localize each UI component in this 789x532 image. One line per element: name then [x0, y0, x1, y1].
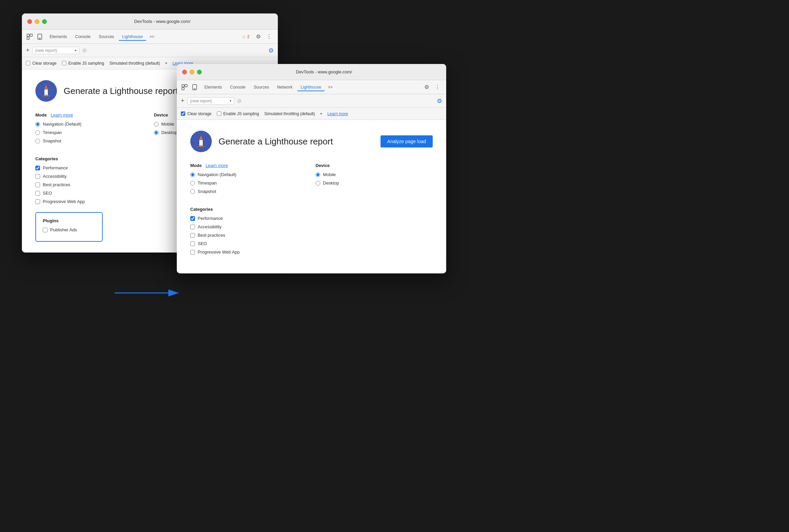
device-section-2: Device Mobile Desktop — [316, 163, 433, 197]
plugins-box-1: Plugins Publisher Ads — [35, 212, 103, 242]
toolbar-2: + (new report) ▾ ⊘ ⚙ — [177, 94, 446, 108]
report-dropdown-1[interactable]: (new report) ▾ — [32, 47, 79, 54]
svg-rect-0 — [27, 34, 29, 36]
svg-rect-13 — [194, 89, 196, 89]
clear-storage-checkbox-2[interactable] — [181, 111, 185, 116]
mode-navigation-2[interactable]: Navigation (Default) — [190, 172, 307, 177]
clear-storage-checkbox-1[interactable] — [26, 61, 30, 65]
clear-storage-option-1[interactable]: Clear storage — [26, 61, 57, 66]
report-title-2: Generate a Lighthouse report — [219, 136, 333, 147]
cat-seo-2[interactable]: SEO — [190, 241, 433, 246]
traffic-lights-1 — [27, 19, 47, 24]
mode-timespan-2[interactable]: Timespan — [190, 180, 307, 186]
tab-lighthouse-2[interactable]: Lighthouse — [297, 83, 325, 91]
tab-console-1[interactable]: Console — [72, 33, 94, 41]
svg-rect-1 — [30, 34, 32, 36]
maximize-button-2[interactable] — [197, 70, 202, 74]
mobile-icon-1 — [36, 33, 43, 40]
plugin-publisher-ads-1[interactable]: Publisher Ads — [43, 227, 95, 232]
cat-best-practices-2[interactable]: Best practices — [190, 233, 433, 238]
clear-storage-option-2[interactable]: Clear storage — [181, 111, 211, 116]
throttling-dropdown-icon-2[interactable]: ▾ — [320, 112, 322, 115]
tab-lighthouse-1[interactable]: Lighthouse — [119, 33, 146, 41]
mode-timespan-1[interactable]: Timespan — [35, 130, 146, 135]
tab-elements-1[interactable]: Elements — [46, 33, 70, 41]
tab-sources-1[interactable]: Sources — [95, 33, 117, 41]
categories-section-2: Categories Performance Accessibility Bes… — [190, 207, 433, 254]
svg-rect-9 — [182, 84, 184, 87]
cat-accessibility-2[interactable]: Accessibility — [190, 224, 433, 229]
maximize-button-1[interactable] — [42, 19, 47, 24]
close-button-2[interactable] — [182, 70, 187, 74]
tab-bar-1: Elements Console Sources Lighthouse >> ⚠… — [22, 30, 278, 44]
device-label-2: Device — [316, 163, 433, 168]
report-title-1: Generate a Lighthouse report — [64, 86, 178, 96]
throttling-dropdown-icon-1[interactable]: ▾ — [165, 61, 167, 65]
mode-device-grid-2: Mode Learn more Navigation (Default) Tim… — [190, 163, 433, 197]
mode-navigation-1[interactable]: Navigation (Default) — [35, 121, 146, 127]
tab-sources-2[interactable]: Sources — [250, 83, 273, 91]
mode-learn-more-1[interactable]: Learn more — [51, 112, 73, 117]
mode-label-2: Mode Learn more — [190, 163, 307, 168]
add-report-button-1[interactable]: + — [26, 47, 30, 54]
toolbar-gear-icon-1[interactable]: ⚙ — [268, 47, 274, 54]
settings-icon-2[interactable]: ⚙ — [422, 82, 431, 92]
options-bar-2: Clear storage Enable JS sampling Simulat… — [177, 108, 446, 120]
device-desktop-2[interactable]: Desktop — [316, 180, 433, 186]
svg-rect-11 — [182, 88, 184, 90]
window-title-2: DevTools - www.google.com/ — [207, 69, 441, 74]
close-button-1[interactable] — [27, 19, 32, 24]
devtools-icon-2 — [181, 83, 188, 91]
js-sampling-checkbox-2[interactable] — [217, 111, 221, 116]
cat-performance-2[interactable]: Performance — [190, 216, 433, 221]
clear-icon-1[interactable]: ⊘ — [82, 47, 87, 54]
cat-pwa-2[interactable]: Progressive Web App — [190, 249, 433, 254]
plugins-label-1: Plugins — [43, 218, 95, 223]
dropdown-chevron-1: ▾ — [75, 49, 76, 52]
js-sampling-option-1[interactable]: Enable JS sampling — [62, 61, 104, 66]
minimize-button-1[interactable] — [35, 19, 39, 24]
analyze-button-2[interactable]: Analyze page load — [380, 135, 433, 148]
report-header-2: Generate a Lighthouse report Analyze pag… — [190, 131, 433, 152]
panel-2: Generate a Lighthouse report Analyze pag… — [177, 120, 446, 273]
more-options-icon-1[interactable]: ⋮ — [264, 32, 274, 41]
svg-rect-2 — [27, 37, 29, 39]
settings-icon-1[interactable]: ⚙ — [253, 32, 263, 41]
warning-badge-1: ⚠ 2 — [242, 34, 249, 39]
categories-label-2: Categories — [190, 207, 433, 212]
learn-more-link-2[interactable]: Learn more — [327, 111, 348, 116]
titlebar-1: DevTools - www.google.com/ — [22, 14, 278, 30]
js-sampling-option-2[interactable]: Enable JS sampling — [217, 111, 259, 116]
tab-more-1[interactable]: >> — [148, 33, 156, 40]
tab-network-2[interactable]: Network — [274, 83, 296, 91]
more-options-icon-2[interactable]: ⋮ — [433, 82, 442, 92]
device-mobile-2[interactable]: Mobile — [316, 172, 433, 177]
tab-elements-2[interactable]: Elements — [201, 83, 225, 91]
lighthouse-logo-2 — [190, 131, 212, 152]
mode-learn-more-2[interactable]: Learn more — [206, 163, 228, 168]
mode-section-2: Mode Learn more Navigation (Default) Tim… — [190, 163, 307, 197]
devtools-window-2: DevTools - www.google.com/ Elements Cons… — [177, 64, 446, 273]
window-title-1: DevTools - www.google.com/ — [52, 19, 273, 24]
toolbar-1: + (new report) ▾ ⊘ ⚙ — [22, 44, 278, 57]
report-placeholder-1: (new report) — [35, 48, 57, 53]
throttling-label-1: Simulated throttling (default) — [110, 61, 160, 66]
tab-console-2[interactable]: Console — [227, 83, 249, 91]
clear-icon-2[interactable]: ⊘ — [237, 98, 241, 104]
mode-snapshot-1[interactable]: Snapshot — [35, 138, 146, 144]
report-dropdown-2[interactable]: (new report) ▾ — [187, 97, 234, 105]
toolbar-gear-icon-2[interactable]: ⚙ — [437, 97, 442, 105]
traffic-lights-2 — [182, 70, 202, 74]
titlebar-2: DevTools - www.google.com/ — [177, 64, 446, 80]
tab-more-2[interactable]: >> — [326, 83, 335, 91]
mode-section-1: Mode Learn more Navigation (Default) Tim… — [35, 112, 146, 147]
mode-label-1: Mode Learn more — [35, 112, 146, 117]
svg-rect-10 — [185, 84, 187, 87]
minimize-button-2[interactable] — [190, 70, 194, 74]
throttling-label-2: Simulated throttling (default) — [264, 111, 315, 116]
add-report-button-2[interactable]: + — [181, 97, 185, 104]
js-sampling-checkbox-1[interactable] — [62, 61, 66, 65]
mode-snapshot-2[interactable]: Snapshot — [190, 189, 307, 194]
svg-rect-4 — [39, 38, 41, 39]
devtools-icon-1 — [26, 33, 33, 40]
